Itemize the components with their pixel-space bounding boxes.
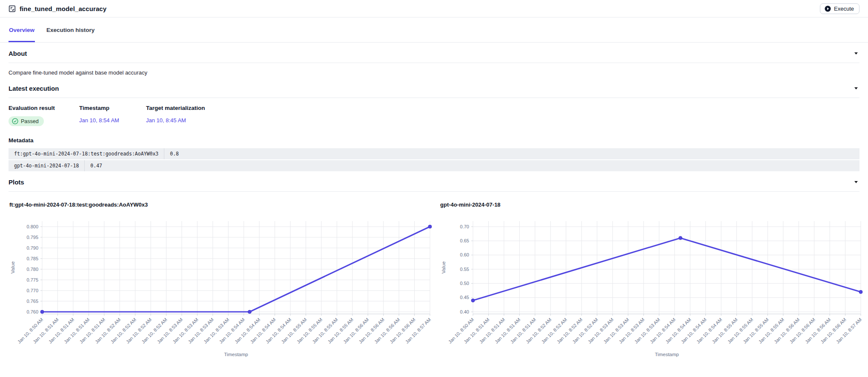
- tab-execution-history[interactable]: Execution history: [46, 17, 95, 42]
- column-header-evaluation-result: Evaluation result: [9, 105, 79, 111]
- y-tick-label: 0.50: [460, 281, 469, 286]
- tab-overview[interactable]: Overview: [9, 17, 35, 42]
- check-circle-icon: [12, 118, 18, 124]
- y-tick-label: 0.60: [460, 252, 469, 257]
- asset-check-icon: [9, 5, 16, 12]
- status-badge-passed: Passed: [9, 116, 44, 126]
- metadata-value: 0.8: [164, 148, 184, 159]
- collapse-chevron-icon[interactable]: [854, 87, 858, 89]
- y-tick-label: 0.45: [460, 295, 469, 300]
- data-point-marker[interactable]: [428, 225, 432, 228]
- y-tick-label: 0.765: [26, 299, 38, 304]
- collapse-chevron-icon[interactable]: [854, 181, 858, 183]
- execute-button-label: Execute: [834, 6, 854, 12]
- metadata-heading: Metadata: [9, 137, 859, 144]
- column-header-timestamp: Timestamp: [79, 105, 146, 111]
- about-heading: About: [9, 50, 27, 57]
- play-circle-icon: [825, 6, 831, 12]
- y-tick-label: 0.780: [26, 267, 38, 272]
- y-tick-label: 0.55: [460, 267, 469, 272]
- latest-execution-summary: Evaluation result Passed Timestamp Jan 1…: [9, 98, 859, 126]
- tab-bar: Overview Execution history: [0, 17, 868, 43]
- y-tick-label: 0.770: [26, 288, 38, 293]
- app-header: fine_tuned_model_accuracy Execute: [0, 0, 868, 17]
- line-chart-fine-tuned-model[interactable]: 0.8000.7950.7900.7850.7800.7750.7700.765…: [9, 210, 434, 361]
- target-materialization-link[interactable]: Jan 10, 8:45 AM: [146, 117, 186, 124]
- plots-section-header: Plots: [9, 171, 859, 192]
- line-chart-svg: 0.700.650.600.550.500.450.40Jan 10, 8:50…: [439, 210, 865, 360]
- y-tick-label: 0.760: [26, 309, 38, 314]
- plot-title: gpt-4o-mini-2024-07-18: [440, 201, 865, 208]
- data-point-marker[interactable]: [40, 310, 44, 314]
- line-chart-svg: 0.8000.7950.7900.7850.7800.7750.7700.765…: [9, 210, 434, 360]
- page-title: fine_tuned_model_accuracy: [20, 5, 106, 12]
- execute-button[interactable]: Execute: [820, 3, 859, 14]
- data-point-marker[interactable]: [471, 299, 475, 302]
- timestamp-link[interactable]: Jan 10, 8:54 AM: [79, 117, 119, 124]
- about-section-header: About: [9, 43, 859, 63]
- latest-execution-section-header: Latest execution: [9, 78, 859, 98]
- plots-row: ft:gpt-4o-mini-2024-07-18:test:goodreads…: [9, 192, 859, 361]
- data-point-marker[interactable]: [248, 310, 251, 314]
- metadata-row: gpt-4o-mini-2024-07-180.47: [9, 160, 859, 171]
- y-tick-label: 0.65: [460, 238, 469, 243]
- y-tick-label: 0.785: [26, 256, 38, 261]
- about-description: Compare fine-tuned model against base mo…: [9, 63, 859, 78]
- y-tick-label: 0.795: [26, 235, 38, 240]
- plot-card-base-model: gpt-4o-mini-2024-07-18 0.700.650.600.550…: [439, 201, 865, 361]
- column-header-target-materialization: Target materialization: [146, 105, 205, 111]
- y-axis-title: Value: [441, 262, 446, 274]
- data-point-marker[interactable]: [679, 236, 682, 240]
- line-chart-base-model[interactable]: 0.700.650.600.550.500.450.40Jan 10, 8:50…: [439, 210, 865, 361]
- data-point-marker[interactable]: [859, 290, 862, 294]
- x-axis-title: Timestamp: [655, 352, 679, 357]
- plot-card-fine-tuned-model: ft:gpt-4o-mini-2024-07-18:test:goodreads…: [9, 201, 434, 361]
- y-tick-label: 0.800: [26, 224, 38, 229]
- x-tick-label: Jan 10, 8:50 AM: [447, 317, 475, 345]
- y-tick-label: 0.70: [460, 224, 469, 229]
- metadata-key: ft:gpt-4o-mini-2024-07-18:test:goodreads…: [9, 148, 164, 159]
- x-tick-label: Jan 10, 8:50 AM: [17, 317, 44, 345]
- y-tick-label: 0.790: [26, 245, 38, 250]
- x-axis-title: Timestamp: [224, 352, 248, 357]
- metadata-table: ft:gpt-4o-mini-2024-07-18:test:goodreads…: [9, 148, 859, 171]
- metadata-key: gpt-4o-mini-2024-07-18: [9, 160, 85, 171]
- metadata-value: 0.47: [85, 160, 108, 171]
- status-badge-label: Passed: [21, 118, 39, 124]
- y-axis-title: Value: [10, 262, 15, 274]
- plot-title: ft:gpt-4o-mini-2024-07-18:test:goodreads…: [9, 201, 434, 208]
- plots-heading: Plots: [9, 178, 24, 186]
- collapse-chevron-icon[interactable]: [854, 52, 858, 55]
- metadata-row: ft:gpt-4o-mini-2024-07-18:test:goodreads…: [9, 148, 859, 159]
- y-tick-label: 0.40: [460, 309, 469, 314]
- y-tick-label: 0.775: [26, 277, 38, 282]
- latest-execution-heading: Latest execution: [9, 85, 59, 92]
